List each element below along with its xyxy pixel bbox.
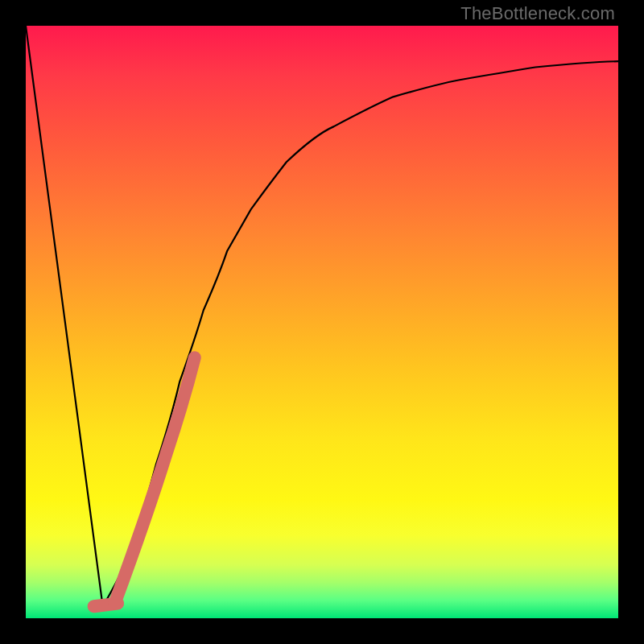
curve-left-descent (26, 26, 103, 606)
chart-frame: TheBottleneck.com (0, 0, 644, 644)
curves-layer (26, 26, 618, 618)
curve-bottleneck (103, 61, 618, 606)
plot-area (26, 26, 618, 618)
watermark-text: TheBottleneck.com (460, 3, 615, 24)
highlight-band (114, 357, 194, 603)
